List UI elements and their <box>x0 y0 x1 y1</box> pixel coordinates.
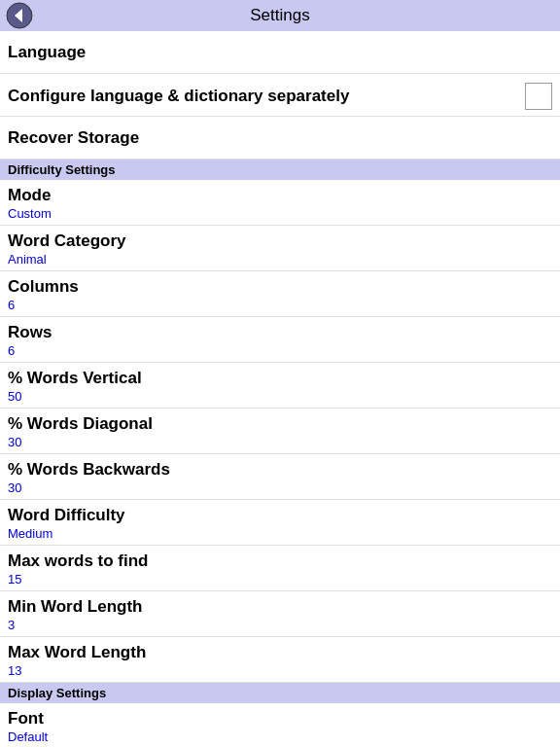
checkbox[interactable] <box>525 83 552 110</box>
settings-row[interactable]: Language <box>0 31 560 74</box>
row-label: Max Word Length <box>8 643 146 662</box>
row-label: Word Difficulty <box>8 506 125 525</box>
section-header: Display Settings <box>0 683 560 703</box>
settings-row[interactable]: Mode Custom <box>0 180 560 226</box>
settings-row[interactable]: Min Word Length 3 <box>0 591 560 637</box>
settings-row[interactable]: Rows 6 <box>0 317 560 363</box>
row-content: Mode Custom <box>8 186 52 221</box>
row-content: Configure language & dictionary separate… <box>8 87 349 106</box>
row-content: Max words to find 15 <box>8 551 149 587</box>
settings-checkbox-row[interactable]: Configure language & dictionary separate… <box>0 74 560 117</box>
row-content: Max Word Length 13 <box>8 643 146 678</box>
row-label: Rows <box>8 323 52 342</box>
row-value: 50 <box>8 389 142 404</box>
settings-row[interactable]: Max Word Length 13 <box>0 637 560 683</box>
row-value: 15 <box>8 572 149 587</box>
row-value: Custom <box>8 206 52 221</box>
row-label: Mode <box>8 186 52 205</box>
settings-row[interactable]: Word Difficulty Medium <box>0 500 560 546</box>
row-value: Medium <box>8 526 125 541</box>
row-content: Rows 6 <box>8 323 52 358</box>
settings-row[interactable]: % Words Backwards 30 <box>0 454 560 500</box>
settings-row[interactable]: Columns 6 <box>0 271 560 317</box>
row-content: Font Default <box>8 709 48 744</box>
row-value: 6 <box>8 298 79 312</box>
row-value: 30 <box>8 435 153 449</box>
row-content: % Words Vertical 50 <box>8 369 142 404</box>
row-label: Max words to find <box>8 551 149 571</box>
row-label: Recover Storage <box>8 128 552 148</box>
settings-row[interactable]: Max words to find 15 <box>0 546 560 591</box>
settings-list: Language Configure language & dictionary… <box>0 31 560 747</box>
row-label: Min Word Length <box>8 597 143 617</box>
row-label: Configure language & dictionary separate… <box>8 87 349 106</box>
row-content: % Words Backwards 30 <box>8 460 170 495</box>
row-content: Columns 6 <box>8 277 79 312</box>
row-value: 13 <box>8 663 146 678</box>
back-button[interactable] <box>6 2 33 29</box>
row-label: Word Category <box>8 231 126 251</box>
row-value: 3 <box>8 618 143 632</box>
row-label: Language <box>8 43 552 62</box>
row-value: 6 <box>8 343 52 358</box>
row-content: Min Word Length 3 <box>8 597 143 632</box>
row-content: Word Category Animal <box>8 231 126 267</box>
row-label: % Words Vertical <box>8 369 142 388</box>
row-value: Animal <box>8 252 126 267</box>
row-label: Font <box>8 709 48 729</box>
section-header: Difficulty Settings <box>0 160 560 180</box>
row-label: Columns <box>8 277 79 297</box>
settings-row[interactable]: Recover Storage <box>0 117 560 160</box>
settings-row[interactable]: Word Category Animal <box>0 226 560 271</box>
title-bar: Settings <box>0 0 560 31</box>
page-title: Settings <box>10 6 550 25</box>
row-content: Word Difficulty Medium <box>8 506 125 541</box>
settings-row[interactable]: Font Default <box>0 703 560 747</box>
settings-row[interactable]: % Words Vertical 50 <box>0 363 560 409</box>
row-value: 30 <box>8 480 170 495</box>
row-content: % Words Diagonal 30 <box>8 414 153 449</box>
settings-row[interactable]: % Words Diagonal 30 <box>0 409 560 454</box>
row-label: % Words Diagonal <box>8 414 153 434</box>
row-label: % Words Backwards <box>8 460 170 480</box>
row-value: Default <box>8 729 48 744</box>
